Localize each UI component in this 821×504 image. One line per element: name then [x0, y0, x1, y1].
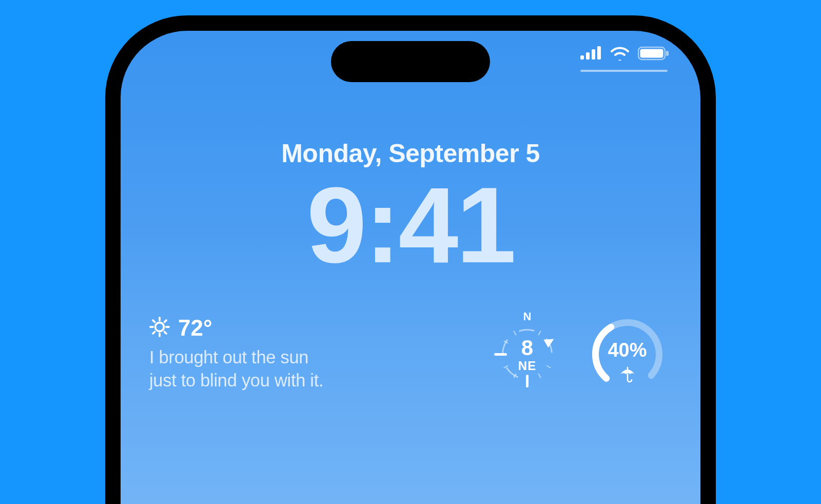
sun-icon [149, 317, 170, 339]
lock-time: 9:41 [121, 163, 700, 287]
umbrella-icon [619, 366, 636, 385]
weather-message-line2: just to blind you with it. [149, 371, 323, 390]
weather-message-line1: I brought out the sun [149, 347, 308, 367]
svg-rect-3 [597, 46, 601, 60]
svg-line-12 [153, 320, 155, 322]
lock-screen[interactable]: Monday, September 5 9:41 [121, 31, 700, 504]
weather-message: I brought out the sun just to blind you … [149, 346, 485, 392]
precip-widget[interactable]: 40% [585, 312, 670, 397]
weather-widget[interactable]: 72° I brought out the sun just to blind … [149, 315, 485, 392]
phone-frame: Monday, September 5 9:41 [105, 15, 716, 504]
weather-temp: 72° [178, 315, 212, 341]
svg-rect-0 [580, 55, 584, 60]
svg-line-19 [547, 366, 551, 368]
status-bar [580, 46, 670, 63]
svg-line-15 [165, 320, 167, 322]
svg-rect-6 [666, 51, 669, 56]
compass-heading-dir: NE [518, 360, 536, 372]
widgets-row: 72° I brought out the sun just to blind … [149, 315, 670, 397]
battery-icon [638, 46, 670, 63]
svg-rect-5 [640, 49, 663, 58]
cellular-icon [580, 46, 602, 63]
svg-line-17 [539, 331, 541, 335]
compass-heading: 8 NE [518, 337, 536, 372]
status-underline [580, 70, 668, 72]
compass-heading-deg: 8 [518, 337, 536, 359]
precip-chance: 40% [608, 339, 647, 361]
svg-point-7 [155, 323, 164, 332]
compass-north-label: N [523, 310, 532, 323]
wifi-icon [610, 46, 630, 63]
svg-rect-1 [586, 52, 590, 60]
svg-line-24 [514, 331, 516, 335]
svg-line-14 [153, 332, 155, 334]
svg-line-13 [165, 332, 167, 334]
svg-rect-2 [592, 49, 595, 60]
svg-line-20 [539, 374, 541, 378]
compass-widget[interactable]: N 8 NE [485, 312, 570, 397]
dynamic-island[interactable] [331, 41, 490, 82]
